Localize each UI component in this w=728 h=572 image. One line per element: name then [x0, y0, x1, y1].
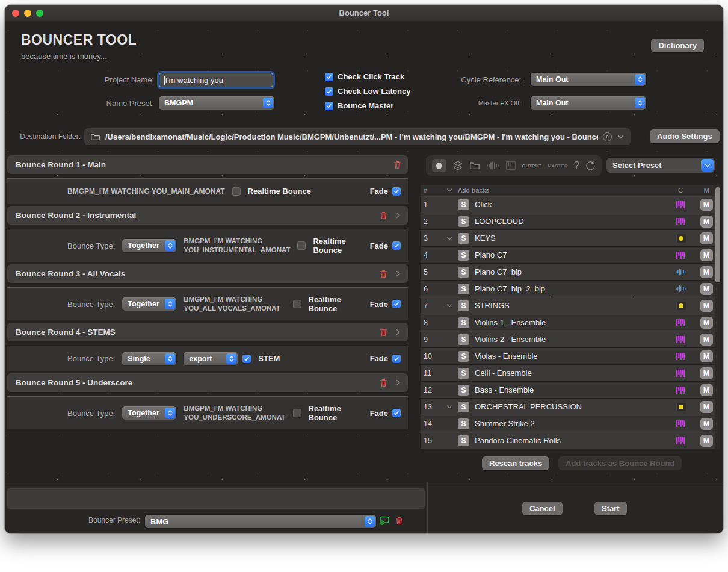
chevron-down-icon[interactable]: [617, 133, 625, 141]
export-select[interactable]: export: [184, 352, 238, 365]
table-row[interactable]: 14 S Shimmer Strike 2 M: [421, 415, 718, 432]
bounce-type-select[interactable]: Together: [122, 406, 176, 420]
scrollbar[interactable]: [715, 185, 720, 450]
mute-button[interactable]: M: [700, 283, 713, 295]
solo-button[interactable]: S: [458, 334, 469, 345]
solo-button[interactable]: S: [458, 233, 469, 244]
chevron-right-icon[interactable]: [394, 379, 402, 387]
mute-button[interactable]: M: [700, 232, 713, 244]
mute-button[interactable]: M: [700, 367, 713, 379]
chevron-down-icon[interactable]: [441, 187, 458, 194]
master-toggle[interactable]: MASTER: [548, 163, 567, 169]
delete-round-icon[interactable]: [379, 211, 388, 220]
start-button[interactable]: Start: [594, 502, 627, 515]
realtime-bounce-checkbox[interactable]: [293, 300, 301, 308]
add-tracks-column-header[interactable]: Add tracks: [458, 187, 667, 194]
cancel-button[interactable]: Cancel: [522, 502, 563, 515]
project-name-input[interactable]: I'm watching you: [159, 73, 273, 87]
layers-icon[interactable]: [452, 160, 463, 171]
table-row[interactable]: 8 S Violins 1 - Ensemble M: [421, 314, 718, 331]
number-column-header[interactable]: #: [421, 187, 441, 194]
delete-round-icon[interactable]: [379, 269, 388, 278]
dictionary-button[interactable]: Dictionary: [651, 39, 704, 52]
table-row[interactable]: 5 S Piano C7_bip M: [421, 264, 718, 280]
chevron-right-icon[interactable]: [394, 211, 402, 219]
solo-button[interactable]: S: [458, 368, 469, 379]
check-click-track-checkbox[interactable]: [325, 73, 333, 81]
table-row[interactable]: 12 S Bass - Ensemble M: [421, 382, 718, 398]
bounce-type-select[interactable]: Together: [122, 297, 176, 311]
table-row[interactable]: 13 S ORCHESTRAL PERCUSSION M: [421, 399, 718, 415]
piano-icon[interactable]: [505, 161, 516, 170]
chevron-down-icon[interactable]: [441, 403, 458, 411]
bounce-type-select[interactable]: Single: [122, 352, 176, 365]
mute-button[interactable]: M: [700, 266, 713, 278]
mute-button[interactable]: M: [700, 401, 713, 413]
realtime-bounce-checkbox[interactable]: [293, 409, 301, 417]
solo-button[interactable]: S: [458, 402, 469, 412]
fade-checkbox[interactable]: [392, 409, 401, 417]
undo-icon[interactable]: [585, 161, 596, 171]
close-window-button[interactable]: [12, 10, 19, 17]
help-icon[interactable]: ?: [574, 160, 579, 172]
mute-button[interactable]: M: [700, 216, 713, 228]
fade-checkbox[interactable]: [392, 187, 401, 196]
solo-button[interactable]: S: [458, 385, 469, 396]
audio-settings-button[interactable]: Audio Settings: [650, 129, 720, 143]
record-button[interactable]: [432, 159, 446, 172]
output-toggle[interactable]: OUTPUT: [522, 163, 542, 169]
chevron-right-icon[interactable]: [394, 328, 402, 336]
solo-button[interactable]: S: [458, 284, 469, 294]
bounce-type-select[interactable]: Together: [122, 239, 176, 252]
table-row[interactable]: 11 S Celli - Ensemble M: [421, 365, 718, 381]
check-low-latency-checkbox[interactable]: [325, 87, 333, 96]
solo-button[interactable]: S: [458, 317, 469, 328]
mute-button[interactable]: M: [700, 249, 713, 261]
bounce-round-2-header[interactable]: Bounce Round 2 - Instrumental: [7, 206, 408, 225]
table-row[interactable]: 9 S Violins 2 - Ensemble M: [421, 331, 718, 347]
table-row[interactable]: 10 S Violas - Ensemble M: [421, 348, 718, 364]
table-row[interactable]: 1 S Click M: [421, 196, 718, 213]
mute-button[interactable]: M: [700, 334, 713, 346]
fade-checkbox[interactable]: [392, 355, 401, 363]
realtime-bounce-checkbox[interactable]: [232, 187, 241, 196]
fade-checkbox[interactable]: [392, 241, 401, 250]
bounce-round-1-header[interactable]: Bounce Round 1 - Main: [7, 155, 408, 174]
solo-button[interactable]: S: [458, 435, 469, 446]
solo-button[interactable]: S: [458, 267, 469, 278]
delete-round-icon[interactable]: [379, 328, 388, 337]
table-row[interactable]: 4 S Piano C7 M: [421, 247, 718, 263]
realtime-bounce-checkbox[interactable]: [297, 241, 306, 250]
solo-button[interactable]: S: [458, 250, 469, 261]
scrollbar-thumb[interactable]: [715, 187, 720, 282]
rescan-tracks-button[interactable]: Rescan tracks: [482, 456, 549, 470]
waveform-icon[interactable]: [486, 161, 499, 170]
table-row[interactable]: 6 S Piano C7_bip_2_bip M: [421, 281, 718, 297]
minimize-window-button[interactable]: [24, 10, 31, 17]
destination-folder-field[interactable]: /Users/bendixamonat/Music/Logic/Producti…: [84, 128, 631, 145]
stem-checkbox[interactable]: [242, 355, 251, 363]
cycle-reference-select[interactable]: Main Out: [531, 73, 646, 86]
solo-button[interactable]: S: [458, 216, 469, 227]
table-row[interactable]: 3 S KEYS M: [421, 230, 718, 246]
mute-button[interactable]: M: [700, 300, 713, 312]
mute-button[interactable]: M: [700, 350, 713, 362]
save-preset-icon[interactable]: [379, 515, 390, 525]
solo-button[interactable]: S: [458, 199, 469, 210]
bounce-master-checkbox[interactable]: [325, 102, 333, 110]
chevron-down-icon[interactable]: [441, 235, 458, 242]
chevron-right-icon[interactable]: [394, 270, 402, 278]
chevron-down-icon[interactable]: [441, 302, 458, 309]
mute-button[interactable]: M: [700, 418, 713, 430]
bouncer-preset-select[interactable]: BMG: [145, 515, 376, 528]
solo-button[interactable]: S: [458, 418, 469, 429]
mute-button[interactable]: M: [700, 384, 713, 396]
select-preset-dropdown[interactable]: Select Preset: [606, 158, 715, 173]
delete-round-icon[interactable]: [379, 378, 388, 387]
zoom-window-button[interactable]: [36, 10, 43, 17]
delete-preset-icon[interactable]: [395, 516, 404, 525]
delete-round-icon[interactable]: [393, 160, 402, 169]
folder-icon[interactable]: [469, 161, 480, 170]
table-row[interactable]: 2 S LOOPCLOUD M: [421, 213, 718, 229]
bounce-round-5-header[interactable]: Bounce Round 5 - Underscore: [7, 373, 408, 392]
